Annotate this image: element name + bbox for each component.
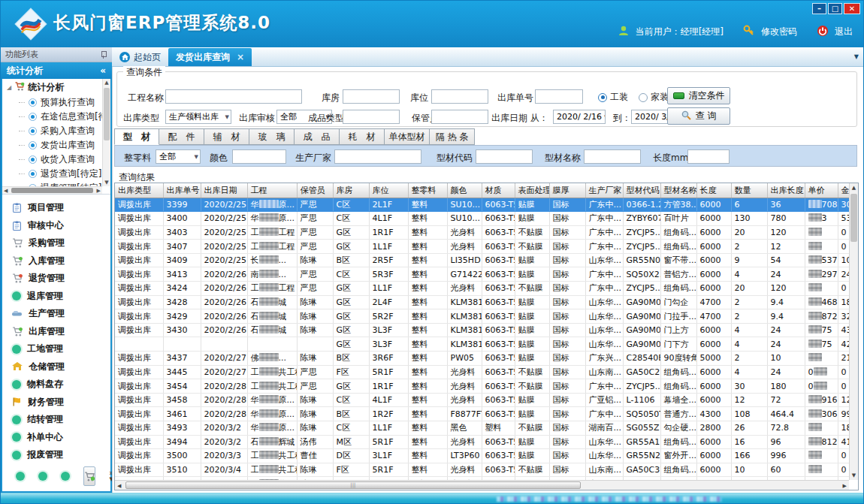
scrollbar-thumb[interactable] — [104, 88, 110, 140]
radio-industrial[interactable]: 工装 — [598, 91, 628, 104]
column-header[interactable]: 库位 — [369, 183, 408, 198]
material-tab[interactable]: 辅 材 — [204, 128, 249, 145]
radio-home-decor[interactable]: 家装 — [639, 91, 669, 104]
tree-horizontal-scrollbar[interactable]: ◀ ▶ — [2, 186, 102, 194]
sidebar-item-home[interactable]: 仓储管理 — [2, 358, 110, 376]
scroll-left-icon[interactable]: ◀ — [117, 483, 121, 489]
column-header[interactable]: 工程 — [247, 183, 297, 198]
tab-list-dropdown-icon[interactable]: ▼ — [854, 53, 859, 60]
sidebar-item-cart-green[interactable]: 入库管理 — [2, 252, 110, 270]
location-input[interactable] — [431, 89, 488, 104]
tab-shipping-query[interactable]: 发货出库查询 × — [168, 48, 252, 66]
table-row[interactable]: 调拨出库33992020/2/25华原...严思C区2L1F整料SU10...6… — [115, 198, 849, 212]
table-row[interactable]: 调拨出库34452020/2/27工共工程严思F区5R1F整料光身料6063-T… — [115, 365, 849, 379]
sidebar-item-circle[interactable]: 物料盘存 — [2, 376, 110, 394]
scrollbar-thumb[interactable] — [11, 188, 93, 193]
column-header[interactable]: 出库长度 — [767, 183, 805, 198]
table-row[interactable]: 调拨出库34292020/2/26石城陈琳G区5R2F整料KLM38176063… — [115, 309, 849, 324]
table-row[interactable]: 调拨出库34932020/3/2华原...陈琳C区1L1F整料黑色塑料不贴膜国标… — [115, 421, 849, 436]
scroll-left-icon[interactable]: ◀ — [4, 188, 8, 194]
tree-item[interactable]: 采购入库查询 — [2, 124, 110, 138]
column-header[interactable]: 颜色 — [447, 183, 482, 198]
table-row[interactable]: 调拨出库35002020/3/3工共工程曹佳D区3L1F整料LT3P606063… — [115, 449, 849, 463]
section-header[interactable]: 统计分析 « — [1, 62, 112, 79]
order-no-input[interactable] — [535, 89, 583, 104]
column-header[interactable]: 膜厚 — [549, 183, 585, 198]
sidebar-item-circle[interactable]: 报废管理 — [2, 446, 110, 464]
column-header[interactable]: 型材名称 — [660, 183, 696, 198]
table-row[interactable]: 调拨出库34242020/2/26工工程严思G区1L1F整料光身料6063-T5… — [115, 282, 849, 296]
sidebar-item-cart-green[interactable]: 出库管理 — [2, 323, 110, 341]
logout-link[interactable]: 退出 — [835, 26, 853, 38]
color-input[interactable] — [232, 149, 286, 164]
date-from-select[interactable]: 2020/ 2/16▼ — [553, 110, 606, 124]
maximize-button[interactable]: □ — [828, 3, 842, 14]
close-button[interactable]: ✕ — [844, 3, 860, 14]
minimize-button[interactable]: – — [812, 3, 826, 14]
column-header[interactable]: 库房 — [333, 183, 369, 198]
product-type-input[interactable] — [343, 110, 400, 124]
grid-vertical-scrollbar[interactable]: ▲ ▼ — [849, 183, 858, 480]
table-row[interactable]: 调拨出库34092020/2/25长...陈琳B区2R5F整料LI35HD606… — [115, 253, 849, 267]
table-row[interactable]: 调拨出库34582020/2/28华原...陈琳C区4L1F整料光身料6063-… — [115, 393, 849, 407]
table-row[interactable]: 调拨出库34942020/3/2石辉城汤伟M区5R1F整料光身料6063-T5贴… — [115, 435, 849, 449]
table-row[interactable]: 调拨出库34302020/2/26石城陈琳G区3L3F整料KLM38176063… — [115, 323, 849, 337]
table-row[interactable]: 调拨出库34282020/2/26石城陈琳G区2L4F整料KLM38176063… — [115, 295, 849, 309]
column-header[interactable]: 出库单号 — [163, 183, 201, 198]
scroll-down-icon[interactable]: ▼ — [850, 472, 858, 478]
tab-close-icon[interactable]: × — [237, 52, 244, 62]
scroll-right-icon[interactable]: ▶ — [843, 483, 847, 489]
module-dot-icon[interactable] — [61, 472, 70, 481]
keeper-input[interactable] — [431, 110, 488, 124]
material-tab[interactable]: 玻 璃 — [249, 128, 295, 145]
sidebar-item-circle[interactable]: 补单中心 — [2, 429, 110, 447]
tree-item[interactable]: 在途信息查询[待 — [2, 110, 110, 124]
column-header[interactable]: 材质 — [482, 183, 515, 198]
column-header[interactable]: 出库日期 — [201, 183, 247, 198]
table-row[interactable]: 调拨出库34032020/2/25工工程严思G区1R1F整料光身料6063-T5… — [115, 225, 849, 240]
column-header[interactable]: 出库类型 — [115, 183, 163, 198]
column-header[interactable]: 金 — [838, 183, 849, 198]
scrollbar-thumb[interactable] — [125, 481, 581, 489]
column-header[interactable]: 长度 — [696, 183, 731, 198]
table-row[interactable]: 调拨出库34372020/2/27佛...陈琳B区3R6F整料PW056063-… — [115, 352, 849, 366]
module-dot-icon[interactable] — [16, 472, 25, 481]
clear-conditions-button[interactable]: 清空条件 — [667, 87, 730, 104]
scrollbar-thumb[interactable] — [850, 194, 857, 242]
sidebar-item-cart[interactable]: 采购管理 — [2, 234, 110, 252]
scroll-down-icon[interactable]: ▼ — [103, 180, 110, 186]
sidebar-item-clipboard[interactable]: 项目管理 — [2, 199, 110, 217]
table-row[interactable]: 调拨出库34072020/2/25工工程严思G区1L1F整料光身料6063-T5… — [115, 240, 849, 254]
column-header[interactable]: 保管员 — [297, 183, 333, 198]
table-row[interactable]: 调拨出库34612020/2/28华原...陈琳B区1R2F整料F8877FT6… — [115, 407, 849, 421]
material-tab[interactable]: 隔 热 条 — [430, 128, 475, 145]
tab-home[interactable]: 起始页 — [112, 48, 168, 66]
tree-expand-icon[interactable]: ◢ — [7, 84, 11, 91]
cart-module-button[interactable] — [83, 466, 95, 486]
tree-item[interactable]: 预算执行查询 — [2, 95, 110, 110]
profile-code-input[interactable] — [476, 149, 533, 164]
sidebar-item-circle[interactable]: 结转管理 — [2, 411, 110, 429]
column-header[interactable]: 型材代码 — [623, 183, 660, 198]
manufacturer-input[interactable] — [334, 149, 421, 164]
column-header[interactable]: 数量 — [731, 183, 767, 198]
table-row[interactable]: 调拨出库34542020/2/28工共工程严思G区1R1F整料光身料6063-T… — [115, 379, 849, 394]
column-header[interactable]: 生产厂家 — [585, 183, 623, 198]
outbound-type-select[interactable]: 生产领料出库▼ — [165, 110, 231, 124]
sidebar-item-circle[interactable]: 退库管理 — [2, 288, 110, 306]
profile-name-input[interactable] — [584, 149, 641, 164]
table-row[interactable]: 调拨出库34132020/2/26南...严思C区5R3F整料G71422606… — [115, 267, 849, 282]
material-tab[interactable]: 耗 材 — [340, 128, 385, 145]
column-header[interactable]: 单价 — [805, 183, 838, 198]
pin-icon[interactable] — [100, 50, 107, 59]
column-header[interactable]: 整零料 — [408, 183, 447, 198]
length-input[interactable] — [687, 149, 730, 164]
tree-item[interactable]: 发货出库查询 — [2, 138, 110, 152]
sidebar-item-clipboard[interactable]: 审核中心 — [2, 217, 110, 235]
table-row[interactable]: 调拨出库34002020/2/25华原...严思C区4L1F整料SU10...6… — [115, 212, 849, 226]
material-tab[interactable]: 单体型材 — [385, 128, 430, 145]
tree-item[interactable]: 收货入库查询 — [2, 152, 110, 167]
tree-root[interactable]: ◢ 统计分析 — [2, 79, 110, 95]
collapse-icon[interactable]: « — [100, 65, 106, 76]
material-tab[interactable]: 型 材 — [114, 128, 159, 145]
